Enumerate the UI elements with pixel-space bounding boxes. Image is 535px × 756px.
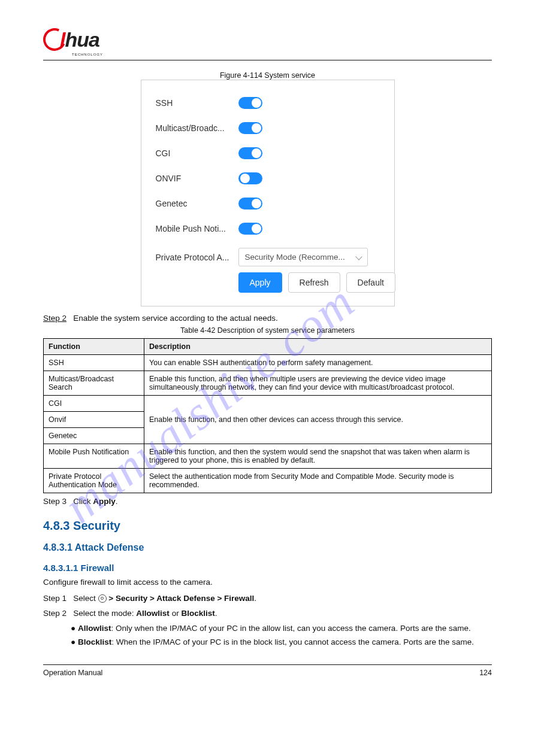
multicast-toggle[interactable] (238, 122, 262, 134)
firewall-step-1-c: . (254, 594, 256, 603)
cell-function: CGI (44, 396, 144, 412)
toggle-row-ssh: SSH (156, 97, 380, 109)
toggle-row-onvif: ONVIF (156, 172, 380, 184)
header-divider (43, 60, 492, 60)
bullet-allowlist-label: Allowlist (78, 624, 111, 633)
table-row: SSH You can enable SSH authentication to… (44, 355, 492, 371)
parameters-table: Function Description SSH You can enable … (43, 338, 492, 493)
heading-security: 4.8.3 Security (43, 519, 492, 533)
footer-right: 124 (479, 669, 492, 677)
step-3-text-c: . (116, 497, 118, 506)
toggle-label: SSH (156, 98, 238, 108)
protocol-row: Private Protocol A... Security Mode (Rec… (156, 248, 380, 266)
footer: Operation Manual 124 (43, 664, 492, 677)
table-header-function: Function (44, 339, 144, 355)
cgi-toggle[interactable] (238, 147, 262, 159)
cell-function: Mobile Push Notification (44, 444, 144, 469)
panel-button-row: Apply Refresh Default (238, 272, 380, 293)
heading-attack-defense: 4.8.3.1 Attack Defense (43, 542, 492, 553)
firewall-step-1: Step 1 Select > Security > Attack Defens… (43, 593, 492, 605)
protocol-select[interactable]: Security Mode (Recomme... (238, 248, 368, 266)
firewall-intro: Configure firewall to limit access to th… (43, 576, 492, 589)
toggle-label: ONVIF (156, 174, 238, 183)
firewall-step-2-prefix: Step 2 (43, 609, 67, 618)
firewall-step-2-e: . (215, 609, 217, 618)
toggle-label: Multicast/Broadc... (156, 123, 238, 133)
cell-description: Enable this function, and then when mult… (144, 371, 492, 396)
cell-function: Genetec (44, 428, 144, 444)
figure-caption: Figure 4-114 System service (43, 71, 492, 80)
refresh-button[interactable]: Refresh (288, 272, 340, 293)
genetec-toggle[interactable] (238, 198, 262, 210)
toggle-row-multicast: Multicast/Broadc... (156, 122, 380, 134)
table-row: Private Protocol Authentication Mode Sel… (44, 469, 492, 493)
system-service-panel: SSH Multicast/Broadc... CGI ONVIF Genete… (141, 80, 395, 306)
bullet-allowlist: ● Allowlist: Only when the IP/MAC of you… (43, 623, 492, 635)
cell-function: Private Protocol Authentication Mode (44, 469, 144, 493)
firewall-step-2-d: Blocklist (181, 609, 214, 618)
step-3-prefix: Step 3 (43, 497, 67, 506)
brand-logo-subtext: TECHNOLOGY (72, 53, 492, 56)
cell-description: You can enable SSH authentication to per… (144, 355, 492, 371)
toggle-label: Mobile Push Noti... (156, 224, 238, 233)
table-row: CGI Enable this function, and then other… (44, 396, 492, 412)
bullet-allowlist-text: : Only when the IP/MAC of your PC in the… (111, 624, 470, 633)
firewall-step-2-b: Allowlist (136, 609, 170, 618)
heading-firewall: 4.8.3.1.1 Firewall (43, 563, 492, 573)
table-header-row: Function Description (44, 339, 492, 355)
table-caption: Table 4-42 Description of system service… (43, 326, 492, 335)
footer-left: Operation Manual (43, 669, 102, 677)
table-row: Mobile Push Notification Enable this fun… (44, 444, 492, 469)
firewall-step-2-c: or (170, 609, 182, 618)
table-row: Multicast/Broadcast Search Enable this f… (44, 371, 492, 396)
brand-logo: lhua (43, 26, 492, 51)
cell-description-merged: Enable this function, and then other dev… (144, 396, 492, 444)
apply-button[interactable]: Apply (238, 272, 282, 293)
toggle-row-mobile-push: Mobile Push Noti... (156, 223, 380, 235)
logo-swirl-icon (43, 26, 64, 47)
firewall-step-1-a: Select (73, 594, 98, 603)
step-3-text-a: Click (73, 497, 93, 506)
bullet-blocklist: ● Blocklist: When the IP/MAC of your PC … (43, 636, 492, 649)
cell-description: Select the authentication mode from Secu… (144, 469, 492, 493)
firewall-step-1-b: > Security > Attack Defense > Firewall (108, 594, 254, 603)
cell-function: Onvif (44, 412, 144, 428)
cell-description: Enable this function, and then the syste… (144, 444, 492, 469)
onvif-toggle[interactable] (238, 172, 262, 184)
step-3: Step 3 Click Apply. (43, 497, 492, 506)
toggle-row-cgi: CGI (156, 147, 380, 159)
chevron-down-icon (355, 253, 362, 260)
step-2-text: Enable the system service according to t… (73, 314, 277, 323)
toggle-row-genetec: Genetec (156, 198, 380, 210)
ssh-toggle[interactable] (238, 97, 262, 109)
bullet-blocklist-label: Blocklist (78, 637, 111, 646)
mobile-push-toggle[interactable] (238, 223, 262, 235)
table-header-description: Description (144, 339, 492, 355)
step-3-text-b: Apply (93, 497, 116, 506)
firewall-step-1-prefix: Step 1 (43, 594, 67, 603)
toggle-label: Genetec (156, 199, 238, 208)
protocol-label: Private Protocol A... (156, 253, 238, 262)
bullet-blocklist-text: : When the IP/MAC of your PC is in the b… (111, 637, 474, 646)
toggle-label: CGI (156, 148, 238, 158)
default-button[interactable]: Default (346, 272, 395, 293)
protocol-select-value: Security Mode (Recomme... (245, 253, 345, 262)
firewall-step-2: Step 2 Select the mode: Allowlist or Blo… (43, 608, 492, 620)
step-2-prefix: Step 2 (43, 314, 67, 323)
step-2: Step 2 Enable the system service accordi… (43, 314, 492, 323)
settings-icon (98, 594, 107, 603)
cell-function: Multicast/Broadcast Search (44, 371, 144, 396)
brand-logo-text: lhua (43, 26, 99, 51)
cell-function: SSH (44, 355, 144, 371)
firewall-step-2-a: Select the mode: (73, 609, 136, 618)
